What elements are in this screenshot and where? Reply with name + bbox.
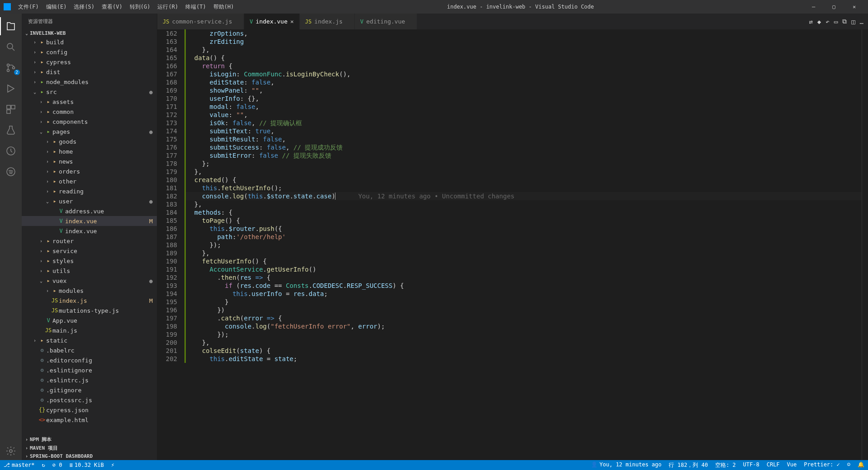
code-content[interactable]: zrOptions, zrEditing }, data() { return … (184, 29, 862, 460)
code-line[interactable]: .then(res => { (184, 273, 862, 282)
code-line[interactable]: isLogin: CommonFunc.isLoginByCheck(), (184, 70, 862, 78)
tree-item[interactable]: ›▸node_modules (22, 77, 157, 87)
minimap[interactable] (862, 29, 868, 460)
code-line[interactable]: }, (184, 46, 862, 54)
extensions-activity[interactable] (0, 100, 22, 118)
code-line[interactable]: }, (184, 200, 862, 208)
code-line[interactable]: value: "", (184, 111, 862, 119)
code-line[interactable]: submitResult: false, (184, 135, 862, 143)
tree-item[interactable]: <>example.html (22, 415, 157, 425)
sync-status[interactable]: ↻ (38, 460, 49, 470)
cursor-position[interactable]: 行 182，列 40 (665, 461, 712, 469)
eol-status[interactable]: CRLF (763, 461, 783, 468)
file-size-status[interactable]: ≣10.32 KiB (66, 460, 108, 470)
tree-item[interactable]: ⌄▸user● (22, 196, 157, 206)
live-server-status[interactable]: ⚡ (108, 460, 118, 470)
run-debug-activity[interactable] (0, 80, 22, 98)
code-line[interactable]: AccountService.getUserInfo() (184, 265, 862, 273)
language-mode[interactable]: Vue (783, 461, 801, 468)
open-preview-icon[interactable]: ▭ (834, 18, 838, 25)
indentation-status[interactable]: 空格: 2 (712, 461, 740, 469)
code-line[interactable]: created() { (184, 176, 862, 184)
code-line[interactable]: }; (184, 160, 862, 168)
tree-item[interactable]: ›▸common (22, 107, 157, 117)
code-line[interactable]: console.log(this.$store.state.case) You,… (184, 192, 862, 200)
problems-status[interactable]: ⊘ 0 (49, 460, 66, 470)
tree-item[interactable]: ›▸cypress (22, 57, 157, 67)
minimize-button[interactable]: — (803, 4, 824, 10)
tree-item[interactable]: JSmutations-type.js (22, 306, 157, 315)
tree-item[interactable]: ›▸components (22, 117, 157, 127)
close-window-button[interactable]: ✕ (844, 4, 864, 10)
diamond-icon[interactable]: ◆ (817, 18, 821, 25)
menu-item[interactable]: 查看(V) (98, 1, 126, 13)
compare-icon[interactable]: ⇄ (809, 18, 812, 25)
code-line[interactable]: submitText: true, (184, 127, 862, 135)
explorer-activity[interactable] (0, 17, 22, 35)
settings-activity[interactable] (0, 442, 22, 460)
tree-item[interactable]: JSmain.js (22, 325, 157, 335)
tree-item[interactable]: ⚙.eslintrc.js (22, 375, 157, 385)
code-line[interactable]: editState: false, (184, 78, 862, 86)
tree-item[interactable]: Vaddress.vue (22, 206, 157, 216)
tree-item[interactable]: ›▸styles (22, 256, 157, 266)
tree-item[interactable]: ›▸build (22, 37, 157, 47)
code-line[interactable]: }, (184, 338, 862, 347)
code-line[interactable]: }, (184, 249, 862, 257)
tree-item[interactable]: VApp.vue (22, 315, 157, 325)
test-activity[interactable] (0, 121, 22, 139)
code-line[interactable]: } (184, 298, 862, 306)
code-line[interactable]: if (res.code == Consts.CODEDESC.RESP_SUC… (184, 282, 862, 290)
editor-tab[interactable]: Vindex.vue× (244, 14, 300, 29)
open-changes-icon[interactable]: ⧉ (842, 18, 847, 25)
tree-item[interactable]: JSindex.jsM (22, 296, 157, 306)
menu-item[interactable]: 文件(F) (14, 1, 42, 13)
split-editor-icon[interactable]: ◫ (851, 18, 855, 25)
tree-item[interactable]: {}cypress.json (22, 405, 157, 415)
menu-item[interactable]: 转到(G) (126, 1, 154, 13)
project-header[interactable]: ⌄ INVELINK-WEB (22, 29, 157, 37)
code-line[interactable]: }); (184, 241, 862, 249)
feedback-icon[interactable]: ☺ (844, 461, 854, 468)
notifications-icon[interactable]: 🔔 (854, 461, 868, 468)
tree-item[interactable]: ›▸reading (22, 186, 157, 196)
timeline-activity[interactable] (0, 142, 22, 160)
code-line[interactable]: toPage() { (184, 216, 862, 225)
code-line[interactable]: path:'/other/help' (184, 233, 862, 241)
editor-tab[interactable]: JScommon-service.js× (157, 14, 244, 29)
code-line[interactable]: methods: { (184, 208, 862, 216)
tree-item[interactable]: ⚙.gitignore (22, 385, 157, 395)
editor-tab[interactable]: JSindex.js× (300, 14, 355, 29)
sidebar-section[interactable]: ›MAVEN 项目 (22, 444, 157, 452)
code-line[interactable]: colseEdit(state) { (184, 347, 862, 355)
tree-item[interactable]: ⚙.babelrc (22, 345, 157, 355)
tree-item[interactable]: ›▸service (22, 246, 157, 256)
code-line[interactable]: }); (184, 330, 862, 338)
code-line[interactable]: showPanel: "", (184, 86, 862, 94)
code-line[interactable]: return { (184, 62, 862, 70)
menu-item[interactable]: 选择(S) (70, 1, 98, 13)
tree-item[interactable]: ›▸static (22, 335, 157, 345)
tree-item[interactable]: ›▸news (22, 156, 157, 166)
editor-tab[interactable]: Vediting.vue× (355, 14, 417, 29)
revert-icon[interactable]: ↶ (826, 18, 829, 25)
code-line[interactable]: zrEditing (184, 38, 862, 46)
menu-item[interactable]: 编辑(E) (42, 1, 71, 13)
code-line[interactable]: this.editState = state; (184, 355, 862, 363)
code-line[interactable]: .catch(error => { (184, 314, 862, 322)
code-line[interactable]: data() { (184, 54, 862, 62)
tree-item[interactable]: Vindex.vue (22, 226, 157, 236)
tree-item[interactable]: ⚙.editorconfig (22, 355, 157, 365)
sidebar-section[interactable]: ›SPRING-BOOT DASHBOARD (22, 452, 157, 460)
search-activity[interactable] (0, 38, 22, 56)
code-editor[interactable]: 1621631641651661671681691701711721731741… (157, 29, 868, 460)
code-line[interactable]: userInfo: {}, (184, 94, 862, 103)
tree-item[interactable]: ›▸dist (22, 67, 157, 77)
code-line[interactable]: fetchUserInfo() { (184, 257, 862, 265)
code-line[interactable]: modal: false, (184, 103, 862, 111)
tree-item[interactable]: ›▸home (22, 146, 157, 156)
tree-item[interactable]: ⚙.postcssrc.js (22, 395, 157, 405)
code-line[interactable]: zrOptions, (184, 29, 862, 38)
code-line[interactable]: }, (184, 168, 862, 176)
tree-item[interactable]: ›▸modules (22, 286, 157, 296)
